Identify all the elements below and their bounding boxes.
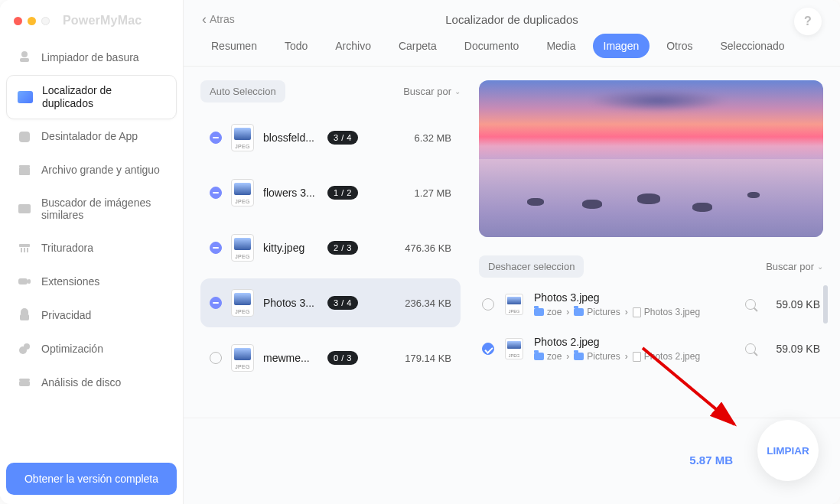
tab-image[interactable]: Imagen bbox=[593, 34, 650, 58]
selection-radio[interactable] bbox=[210, 132, 222, 144]
file-group-row[interactable]: JPEGblossfeld...3 / 46.32 MB bbox=[200, 113, 461, 162]
file-checkbox[interactable] bbox=[482, 298, 494, 311]
sort-by-label: Buscar por bbox=[766, 261, 814, 272]
tab-document[interactable]: Documento bbox=[454, 34, 530, 58]
svg-rect-5 bbox=[18, 204, 31, 213]
chevron-left-icon: ‹ bbox=[202, 12, 207, 26]
svg-rect-11 bbox=[18, 278, 28, 285]
file-name: mewme... bbox=[263, 352, 318, 364]
svg-point-15 bbox=[24, 343, 30, 350]
folder-search-icon bbox=[18, 91, 33, 103]
file-group-row[interactable]: JPEGflowers 3...1 / 21.27 MB bbox=[200, 168, 461, 217]
file-icon bbox=[633, 307, 641, 317]
sidebar-item-label: Archivo grande y antiguo bbox=[41, 164, 160, 177]
tab-all[interactable]: Todo bbox=[274, 34, 318, 58]
selection-radio[interactable] bbox=[210, 297, 222, 309]
tab-archive[interactable]: Archivo bbox=[324, 34, 382, 58]
clean-button[interactable]: LIMPIAR bbox=[757, 420, 819, 481]
file-icon bbox=[633, 352, 641, 362]
undo-selection-button[interactable]: Deshacer seleccion bbox=[479, 255, 584, 278]
magnify-icon[interactable] bbox=[745, 299, 756, 310]
chevron-down-icon: ⌄ bbox=[817, 262, 823, 271]
selection-count-badge: 3 / 4 bbox=[327, 296, 358, 310]
image-icon bbox=[17, 201, 32, 216]
tab-selected[interactable]: Seleccionado bbox=[709, 34, 795, 58]
help-button[interactable]: ? bbox=[794, 8, 822, 35]
sidebar-item-shredder[interactable]: Trituradora bbox=[6, 232, 177, 264]
sidebar-item-junk-cleaner[interactable]: Limpiador de basura bbox=[6, 41, 177, 73]
file-thumbnail: JPEG bbox=[231, 289, 254, 317]
selection-count-badge: 2 / 3 bbox=[327, 241, 358, 255]
window-minimize[interactable] bbox=[28, 17, 36, 25]
folder-icon bbox=[574, 353, 584, 360]
auto-select-button[interactable]: Auto Seleccion bbox=[200, 80, 285, 102]
svg-rect-9 bbox=[24, 248, 25, 252]
svg-point-6 bbox=[21, 206, 24, 209]
tab-folder[interactable]: Carpeta bbox=[388, 34, 448, 58]
detail-sort-dropdown[interactable]: Buscar por ⌄ bbox=[766, 261, 823, 272]
sidebar-item-label: Extensiones bbox=[41, 275, 99, 288]
scrollbar[interactable] bbox=[823, 285, 828, 324]
sidebar-item-app-uninstaller[interactable]: Desintalador de App bbox=[6, 121, 177, 153]
sidebar-item-similar-images[interactable]: Buscador de imágenes similares bbox=[6, 188, 177, 231]
tab-others[interactable]: Otros bbox=[656, 34, 703, 58]
sidebar-item-disk-analysis[interactable]: Análisis de disco bbox=[6, 366, 177, 398]
sidebar-item-large-old-files[interactable]: Archivo grande y antiguo bbox=[6, 154, 177, 187]
window-zoom[interactable] bbox=[41, 17, 50, 25]
selection-count-badge: 3 / 4 bbox=[327, 131, 358, 145]
sidebar-item-label: Limpiador de basura bbox=[41, 51, 139, 64]
sort-by-dropdown[interactable]: Buscar por ⌄ bbox=[403, 86, 461, 97]
get-full-version-button[interactable]: Obtener la versión completa bbox=[6, 463, 177, 495]
folder-icon bbox=[534, 353, 544, 360]
tab-media[interactable]: Media bbox=[536, 34, 586, 58]
svg-rect-16 bbox=[19, 381, 30, 386]
magnify-icon[interactable] bbox=[745, 343, 756, 354]
box-icon bbox=[17, 163, 32, 178]
file-size: 179.14 KB bbox=[405, 353, 451, 364]
footer: 5.87 MB LIMPIAR bbox=[184, 418, 840, 504]
svg-rect-17 bbox=[19, 379, 30, 381]
file-checkbox[interactable] bbox=[482, 343, 494, 355]
sidebar-item-extensions[interactable]: Extensiones bbox=[6, 265, 177, 298]
tab-summary[interactable]: Resumen bbox=[200, 34, 268, 58]
file-size: 6.32 MB bbox=[415, 132, 451, 144]
file-size: 1.27 MB bbox=[415, 187, 451, 199]
svg-rect-13 bbox=[20, 314, 29, 320]
selection-radio[interactable] bbox=[210, 352, 222, 364]
svg-rect-4 bbox=[19, 165, 30, 167]
file-name: kitty.jpeg bbox=[263, 242, 318, 254]
duplicate-file-row[interactable]: Photos 3.jpegzoe › Pictures › Photos 3.j… bbox=[479, 285, 823, 324]
file-thumbnail bbox=[505, 338, 523, 359]
selection-radio[interactable] bbox=[210, 187, 222, 199]
lock-icon bbox=[17, 307, 32, 323]
file-group-row[interactable]: JPEGPhotos 3...3 / 4236.34 KB bbox=[200, 278, 461, 327]
selection-count-badge: 0 / 3 bbox=[327, 351, 358, 365]
file-name: Photos 2.jpeg bbox=[534, 336, 734, 348]
app-icon bbox=[17, 129, 32, 145]
sidebar-item-optimization[interactable]: Optimización bbox=[6, 333, 177, 365]
preview-panel: Deshacer seleccion Buscar por ⌄ Photos 3… bbox=[479, 80, 823, 405]
back-button[interactable]: ‹ Atras bbox=[202, 12, 235, 26]
preview-image bbox=[479, 80, 823, 237]
file-thumbnail: JPEG bbox=[231, 124, 254, 151]
file-group-row[interactable]: JPEGmewme...0 / 3179.14 KB bbox=[200, 333, 461, 382]
file-size: 236.34 KB bbox=[405, 298, 451, 309]
file-size: 59.09 KB bbox=[767, 343, 820, 355]
file-thumbnail: JPEG bbox=[231, 344, 254, 372]
file-thumbnail bbox=[505, 294, 523, 315]
sidebar-item-label: Buscador de imágenes similares bbox=[41, 197, 166, 223]
sidebar-item-duplicate-finder[interactable]: Localizador de duplicados bbox=[6, 75, 177, 119]
svg-rect-12 bbox=[28, 279, 31, 284]
window-close[interactable] bbox=[14, 17, 22, 25]
folder-icon bbox=[574, 308, 584, 316]
sidebar-item-label: Optimización bbox=[41, 343, 103, 356]
sidebar-item-privacy[interactable]: Privacidad bbox=[6, 299, 177, 331]
file-group-row[interactable]: JPEGkitty.jpeg2 / 3476.36 KB bbox=[200, 223, 461, 272]
breadcrumb: zoe › Pictures › Photos 3.jpeg bbox=[534, 307, 734, 317]
total-size: 5.87 MB bbox=[689, 454, 733, 467]
disk-icon bbox=[17, 375, 32, 390]
sidebar-item-label: Privacidad bbox=[41, 309, 91, 322]
selection-radio[interactable] bbox=[210, 242, 222, 254]
sort-by-label: Buscar por bbox=[403, 86, 451, 97]
duplicate-file-row[interactable]: Photos 2.jpegzoe › Pictures › Photos 2.j… bbox=[479, 330, 823, 368]
